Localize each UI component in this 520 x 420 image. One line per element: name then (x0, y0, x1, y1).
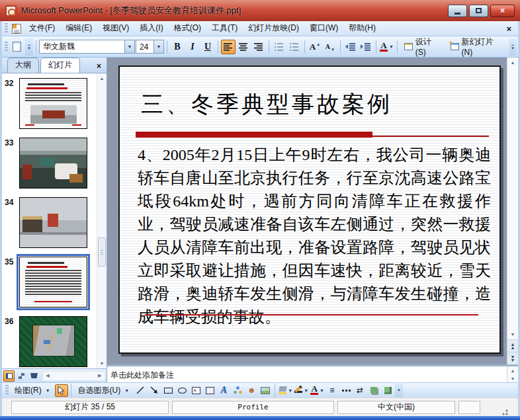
menu-view[interactable]: 视图(V) (97, 21, 134, 36)
scroll-left-icon[interactable]: ◀ (43, 372, 52, 380)
font-size-combobox[interactable]: 24 ▼ (136, 40, 164, 54)
clip-art-button[interactable]: ☻ (245, 384, 258, 397)
line-style-button[interactable]: ≡ (325, 384, 339, 397)
font-color-button-drawbar[interactable]: A ▼ (310, 384, 325, 397)
slide-canvas[interactable]: 三、冬季典型事故案例 4、2005年2月15日上午9时左右，我公司一辆奥迪轿车自… (118, 65, 501, 354)
slide-thumbnail-32[interactable] (19, 78, 87, 129)
chevron-down-icon[interactable]: ▼ (320, 388, 324, 393)
previous-slide-button[interactable]: ▲▲ (507, 339, 518, 352)
menu-help[interactable]: 帮助(H) (343, 21, 381, 36)
decrease-indent-button[interactable] (343, 40, 358, 54)
panel-scroll-track[interactable] (97, 83, 107, 358)
next-slide-button[interactable]: ▼▼ (507, 352, 518, 364)
new-slide-button[interactable]: 新幻灯片(N) (447, 40, 508, 54)
main-scroll-track[interactable] (507, 67, 518, 329)
menu-tools[interactable]: 工具(T) (206, 21, 243, 36)
scroll-down-icon[interactable]: ▼ (511, 374, 515, 382)
menu-edit[interactable]: 编辑(E) (60, 21, 97, 36)
font-name-dropdown-icon[interactable]: ▼ (124, 40, 134, 53)
underline-button[interactable]: U (200, 40, 215, 54)
menu-file[interactable]: 文件(F) (24, 21, 60, 36)
menu-window[interactable]: 窗口(W) (304, 21, 343, 36)
numbering-button[interactable] (272, 40, 286, 54)
slide-title[interactable]: 三、冬季典型事故案例 (141, 89, 489, 120)
font-size-dropdown-icon[interactable]: ▼ (153, 40, 163, 53)
fill-color-button[interactable]: ▼ (278, 384, 293, 397)
draw-menu-button[interactable]: 绘图(R) ▼ (11, 384, 54, 397)
scroll-down-icon[interactable]: ▼ (97, 358, 107, 368)
menu-grip-handle[interactable] (5, 23, 8, 34)
panel-horizontal-scrollbar[interactable]: ◀ ▶ (42, 371, 105, 381)
drawbar-overflow-button[interactable]: ▼ (395, 382, 403, 399)
font-name-combobox[interactable]: 华文新魏 ▼ (39, 40, 135, 54)
chevron-down-icon[interactable]: ▼ (304, 388, 308, 393)
chevron-down-icon[interactable]: ▼ (389, 44, 394, 49)
close-pane-icon[interactable]: × (93, 62, 105, 73)
drawbar-grip-handle[interactable] (5, 385, 9, 396)
increase-indent-button[interactable] (359, 40, 373, 54)
align-right-button[interactable] (251, 40, 266, 54)
close-button[interactable]: × (490, 5, 515, 17)
shadow-style-button[interactable] (367, 384, 380, 397)
slideshow-view-button[interactable] (28, 370, 40, 382)
oval-tool-button[interactable] (175, 384, 189, 397)
notes-scrollbar[interactable]: ▲ ▼ (507, 366, 518, 382)
new-presentation-button[interactable] (10, 40, 24, 54)
main-vertical-scrollbar[interactable]: ▲ ▼ ▲▲ ▼▼ (507, 58, 518, 364)
arrow-style-button[interactable]: ⇄ (353, 384, 367, 397)
menu-format[interactable]: 格式(O) (169, 21, 206, 36)
decrease-font-size-button[interactable]: A▼ (323, 40, 337, 54)
align-center-button[interactable] (236, 40, 251, 54)
align-left-button[interactable] (221, 40, 236, 54)
toolbar-overflow-button[interactable]: ••▼ (509, 38, 517, 56)
language-indicator[interactable]: 中文(中国) (337, 401, 455, 414)
arrow-tool-button[interactable] (148, 384, 161, 397)
slide-design-button[interactable]: 设计(S) (400, 40, 446, 54)
toolbar-options-icon[interactable] (12, 24, 21, 34)
slide-body-text[interactable]: 4、2005年2月15日上午9时左右，我公司一辆奥迪轿车自唐山至北京执行任务，行… (138, 144, 491, 329)
bold-button[interactable]: B (170, 40, 185, 54)
toolbar-grip-handle[interactable] (5, 42, 8, 52)
line-tool-button[interactable] (134, 384, 147, 397)
menu-insert[interactable]: 插入(I) (134, 21, 168, 36)
autoshapes-menu-button[interactable]: 自选图形(U) ▼ (74, 384, 134, 397)
dash-style-button[interactable] (339, 384, 353, 397)
increase-font-size-button[interactable]: A▲ (308, 40, 322, 54)
3d-style-button[interactable] (381, 384, 394, 397)
panel-scrollbar[interactable]: ▲ ▼ (97, 73, 107, 368)
slide-thumbnail-36[interactable] (19, 316, 87, 367)
select-objects-button[interactable] (55, 384, 68, 397)
h-scroll-track[interactable] (52, 372, 95, 380)
insert-picture-button[interactable] (259, 384, 272, 397)
scroll-up-icon[interactable]: ▲ (511, 366, 515, 374)
italic-button[interactable]: I (185, 40, 200, 54)
notes-placeholder[interactable]: 单击此处添加备注 (107, 366, 507, 382)
rectangle-tool-button[interactable] (161, 384, 175, 397)
resize-grip[interactable] (500, 407, 509, 416)
vertical-text-box-button[interactable] (203, 384, 216, 397)
panel-scroll-thumb[interactable] (98, 237, 106, 267)
diagram-button[interactable] (231, 384, 244, 397)
scroll-up-icon[interactable]: ▲ (97, 73, 107, 83)
slide-thumbnail-33[interactable] (19, 138, 87, 189)
toolbar-overflow-button[interactable]: ••▼ (25, 38, 33, 56)
text-box-button[interactable]: A (189, 384, 202, 397)
minimize-button[interactable] (448, 5, 467, 17)
bullets-button[interactable] (287, 40, 302, 54)
slide-thumbnail-34[interactable] (19, 197, 87, 248)
restore-button[interactable] (469, 5, 488, 17)
slide-sorter-view-button[interactable] (16, 370, 27, 382)
font-color-button[interactable]: A ▼ (379, 40, 394, 54)
line-color-button[interactable]: ▼ (294, 384, 309, 397)
scroll-up-icon[interactable]: ▲ (507, 58, 518, 67)
close-document-icon[interactable]: × (499, 24, 518, 34)
scroll-right-icon[interactable]: ▶ (95, 372, 105, 380)
chevron-down-icon[interactable]: ▼ (288, 388, 292, 393)
normal-view-button[interactable] (3, 370, 15, 382)
wordart-button[interactable]: A (217, 384, 230, 397)
tab-slides[interactable]: 幻灯片 (40, 58, 80, 73)
menu-slideshow[interactable]: 幻灯片放映(D) (243, 21, 304, 36)
tab-outline[interactable]: 大纲 (7, 58, 39, 73)
scroll-down-icon[interactable]: ▼ (507, 329, 518, 339)
slide-thumbnail-35-selected[interactable] (19, 257, 87, 308)
